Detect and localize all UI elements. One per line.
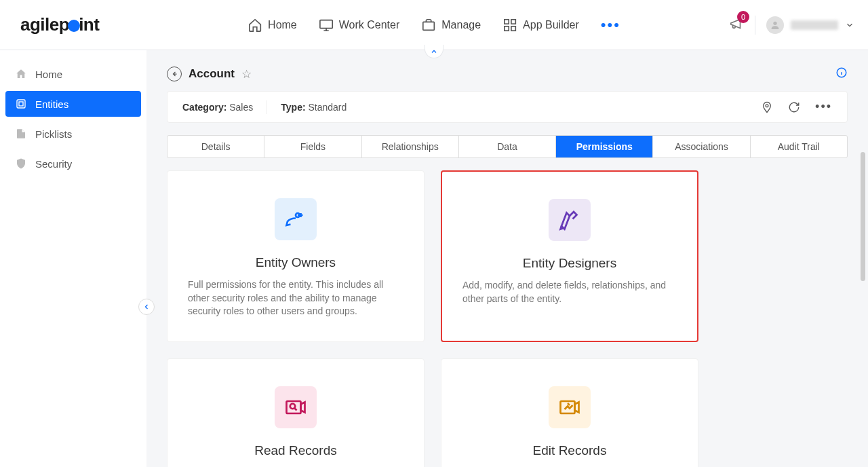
divider [267, 100, 267, 114]
location-icon[interactable] [761, 101, 773, 113]
svg-rect-0 [320, 20, 332, 28]
card-title: Read Records [188, 443, 403, 458]
designers-icon [549, 199, 591, 241]
chevron-up-icon [430, 48, 438, 56]
card-edit-records[interactable]: Edit Records Read and modify records for… [441, 358, 698, 467]
sidebar-item-label: Entities [35, 98, 68, 110]
entity-icon [15, 98, 27, 110]
nav-manage-label: Manage [441, 19, 481, 31]
monitor-icon [319, 18, 334, 33]
svg-rect-4 [505, 26, 509, 30]
svg-rect-8 [19, 102, 23, 106]
card-entity-designers[interactable]: Entity Designers Add, modify, and delete… [441, 170, 698, 342]
page-title: Account [189, 67, 235, 81]
shield-icon [15, 157, 27, 170]
read-icon [275, 386, 317, 428]
avatar [766, 16, 784, 34]
brand-prefix: agilep [20, 14, 69, 35]
notification-badge: 0 [737, 11, 749, 23]
sidebar-item-label: Home [35, 69, 62, 80]
svg-rect-1 [423, 22, 435, 30]
tab-permissions[interactable]: Permissions [556, 136, 653, 157]
svg-point-6 [773, 21, 776, 24]
chevron-down-icon [845, 20, 854, 30]
user-menu[interactable] [766, 16, 854, 34]
sidebar-item-home[interactable]: Home [5, 61, 141, 87]
announcements-button[interactable]: 0 [729, 16, 744, 34]
sidebar-item-entities[interactable]: Entities [5, 91, 141, 117]
card-read-records[interactable]: Read Records Read entity records in Data… [167, 358, 425, 467]
tab-associations[interactable]: Associations [653, 136, 750, 157]
tab-data[interactable]: Data [459, 136, 556, 157]
sidebar-item-security[interactable]: Security [5, 151, 141, 176]
scrollbar[interactable] [861, 152, 865, 281]
info-icon [835, 67, 848, 79]
home-icon [248, 18, 262, 33]
card-title: Edit Records [462, 443, 677, 458]
svg-rect-7 [17, 100, 25, 108]
nav-appbuilder[interactable]: App Builder [502, 18, 579, 33]
nav-workcenter-label: Work Center [339, 19, 400, 31]
arrow-left-icon [170, 70, 178, 78]
refresh-icon[interactable] [788, 101, 800, 113]
grid-icon [502, 18, 517, 33]
divider [755, 16, 755, 35]
briefcase-icon [421, 18, 436, 33]
owners-icon [275, 198, 317, 240]
more-actions[interactable]: ••• [815, 100, 832, 114]
sidebar-item-picklists[interactable]: Picklists [5, 121, 141, 147]
tab-details[interactable]: Details [167, 136, 264, 157]
svg-rect-3 [511, 19, 515, 23]
card-entity-owners[interactable]: Entity Owners Full permissions for the e… [167, 170, 425, 342]
edit-icon [549, 386, 591, 428]
home-icon [15, 68, 27, 80]
tab-audit[interactable]: Audit Trail [751, 136, 847, 157]
sidebar: Home Entities Picklists Security [0, 50, 146, 467]
tab-fields[interactable]: Fields [264, 136, 361, 157]
favorite-button[interactable]: ☆ [241, 67, 252, 81]
svg-point-13 [290, 404, 296, 409]
svg-rect-2 [505, 19, 509, 23]
nav-appbuilder-label: App Builder [523, 19, 579, 31]
meta-category: Category: Sales [182, 102, 253, 113]
card-title: Entity Designers [462, 256, 677, 271]
card-title: Entity Owners [188, 255, 403, 270]
nav-manage[interactable]: Manage [421, 18, 481, 33]
back-button[interactable] [167, 67, 182, 81]
card-desc: Full permissions for the entity. This in… [188, 278, 403, 318]
sidebar-item-label: Picklists [35, 128, 72, 140]
brand-suffix: int [79, 14, 99, 35]
card-desc: Add, modify, and delete fields, relation… [462, 279, 677, 305]
meta-type: Type: Standard [281, 102, 347, 113]
username [791, 20, 838, 30]
nav-home[interactable]: Home [248, 18, 297, 33]
nav-workcenter[interactable]: Work Center [319, 18, 400, 33]
info-button[interactable] [835, 67, 848, 81]
picklist-icon [15, 128, 27, 140]
person-icon [770, 20, 781, 31]
tab-relationships[interactable]: Relationships [362, 136, 459, 157]
sidebar-item-label: Security [35, 158, 72, 170]
nav-more[interactable]: ••• [601, 16, 620, 34]
svg-rect-5 [511, 26, 515, 30]
app-logo[interactable]: agilepint [20, 14, 99, 35]
nav-home-label: Home [268, 19, 297, 31]
svg-point-10 [766, 104, 768, 107]
